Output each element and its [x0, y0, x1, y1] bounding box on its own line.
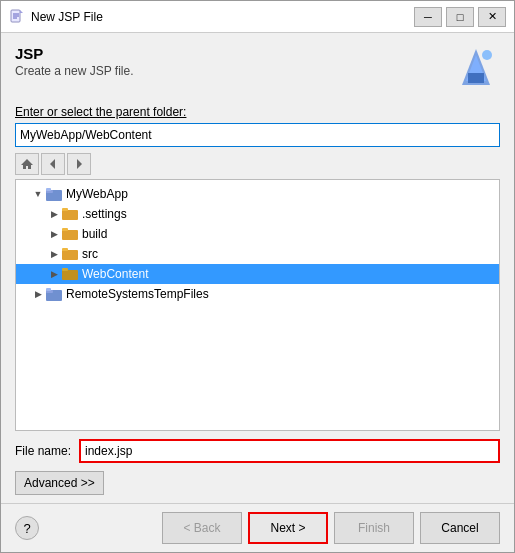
svg-rect-25 — [46, 288, 51, 291]
svg-rect-15 — [62, 210, 78, 220]
label-build: build — [82, 225, 107, 243]
finish-button[interactable]: Finish — [334, 512, 414, 544]
svg-rect-22 — [62, 268, 68, 271]
back-nav-button[interactable]: < Back — [162, 512, 242, 544]
maximize-button[interactable]: □ — [446, 7, 474, 27]
cancel-button[interactable]: Cancel — [420, 512, 500, 544]
svg-rect-7 — [468, 73, 484, 83]
main-window: New JSP File ─ □ ✕ JSP Create a new JSP … — [0, 0, 515, 553]
tree-item-mywebapp[interactable]: ▼ MyWebApp — [16, 184, 499, 204]
svg-rect-19 — [62, 250, 78, 260]
svg-marker-11 — [77, 159, 82, 169]
svg-rect-17 — [62, 230, 78, 240]
folder-icon-webcontent — [62, 266, 78, 282]
project-icon-remotesystems — [46, 286, 62, 302]
label-webcontent: WebContent — [82, 265, 149, 283]
tree-item-src[interactable]: ▶ src — [16, 244, 499, 264]
folder-input[interactable] — [15, 123, 500, 147]
forward-button[interactable] — [67, 153, 91, 175]
folder-icon-src — [62, 246, 78, 262]
folder-toolbar — [15, 153, 500, 175]
wizard-icon — [452, 45, 500, 93]
svg-marker-1 — [20, 10, 23, 13]
project-icon-mywebapp — [46, 186, 62, 202]
label-settings: .settings — [82, 205, 127, 223]
folder-label: Enter or select the parent folder: — [15, 105, 500, 119]
close-button[interactable]: ✕ — [478, 7, 506, 27]
toggle-mywebapp: ▼ — [32, 188, 44, 200]
minimize-button[interactable]: ─ — [414, 7, 442, 27]
label-src: src — [82, 245, 98, 263]
svg-marker-9 — [21, 159, 33, 169]
window-controls: ─ □ ✕ — [414, 7, 506, 27]
tree-item-settings[interactable]: ▶ .settings — [16, 204, 499, 224]
back-button[interactable] — [41, 153, 65, 175]
header-title: JSP — [15, 45, 452, 62]
tree-item-remotesystems[interactable]: ▶ RemoteSystemsTempFiles — [16, 284, 499, 304]
svg-rect-18 — [62, 228, 68, 231]
svg-rect-14 — [46, 188, 51, 191]
toggle-webcontent: ▶ — [48, 268, 60, 280]
tree-item-webcontent[interactable]: ▶ WebContent — [16, 264, 499, 284]
toggle-src: ▶ — [48, 248, 60, 260]
folder-icon-settings — [62, 206, 78, 222]
header-subtitle: Create a new JSP file. — [15, 64, 452, 78]
tree-item-build[interactable]: ▶ build — [16, 224, 499, 244]
advanced-button[interactable]: Advanced >> — [15, 471, 104, 495]
svg-marker-10 — [50, 159, 55, 169]
folder-icon-build — [62, 226, 78, 242]
window-icon — [9, 9, 25, 25]
file-name-section: File name: — [15, 439, 500, 463]
toggle-build: ▶ — [48, 228, 60, 240]
dialog-content: JSP Create a new JSP file. Enter or sele… — [1, 33, 514, 503]
footer-buttons: < Back Next > Finish Cancel — [162, 512, 500, 544]
folder-tree[interactable]: ▼ MyWebApp ▶ — [15, 179, 500, 431]
toggle-settings: ▶ — [48, 208, 60, 220]
label-mywebapp: MyWebApp — [66, 185, 128, 203]
file-name-input[interactable] — [79, 439, 500, 463]
help-button[interactable]: ? — [15, 516, 39, 540]
window-title: New JSP File — [31, 10, 414, 24]
dialog-footer: ? < Back Next > Finish Cancel — [1, 503, 514, 552]
next-button[interactable]: Next > — [248, 512, 328, 544]
svg-rect-16 — [62, 208, 68, 211]
label-remotesystems: RemoteSystemsTempFiles — [66, 285, 209, 303]
advanced-section: Advanced >> — [15, 471, 500, 495]
title-bar: New JSP File ─ □ ✕ — [1, 1, 514, 33]
svg-rect-21 — [62, 270, 78, 280]
header-text: JSP Create a new JSP file. — [15, 45, 452, 78]
svg-point-8 — [482, 50, 492, 60]
toggle-remotesystems: ▶ — [32, 288, 44, 300]
home-button[interactable] — [15, 153, 39, 175]
file-name-label: File name: — [15, 444, 71, 458]
svg-rect-20 — [62, 248, 68, 251]
header-section: JSP Create a new JSP file. — [15, 45, 500, 93]
